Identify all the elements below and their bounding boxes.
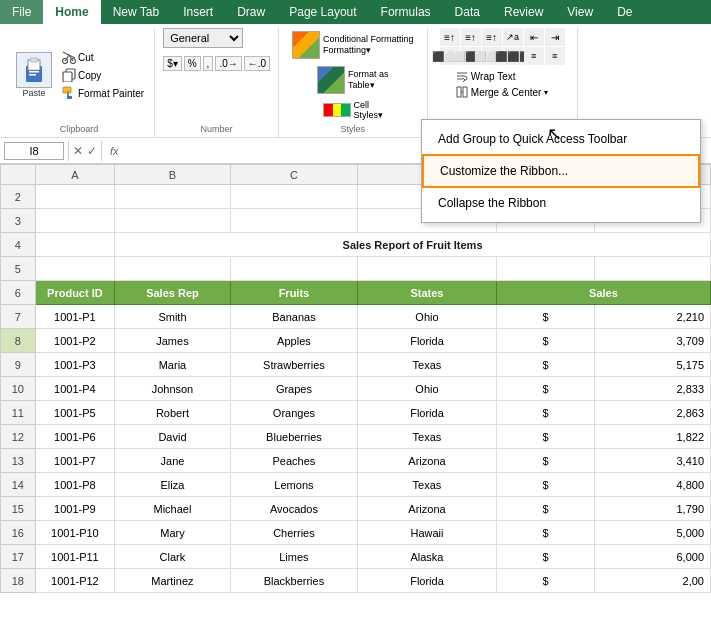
col-header-a[interactable]: A xyxy=(35,165,114,185)
cell-state[interactable]: Florida xyxy=(358,401,497,425)
format-as-table-button[interactable]: Format as Table▾ xyxy=(313,64,393,96)
cell-sales-dollar[interactable]: $ xyxy=(496,425,594,449)
cell-state[interactable]: Texas xyxy=(358,353,497,377)
tab-newtab[interactable]: New Tab xyxy=(101,0,171,24)
cell-sales-amount[interactable]: 6,000 xyxy=(595,545,711,569)
cell-product-id[interactable]: 1001-P10 xyxy=(35,521,114,545)
cell-product-id[interactable]: 1001-P12 xyxy=(35,569,114,593)
cell-state[interactable]: Arizona xyxy=(358,449,497,473)
cell-sales-amount[interactable]: 4,800 xyxy=(595,473,711,497)
indent-more-button[interactable]: ⇥ xyxy=(545,28,565,46)
tab-pagelayout[interactable]: Page Layout xyxy=(277,0,368,24)
cell-sales-rep[interactable]: Clark xyxy=(115,545,231,569)
cell-fruit[interactable]: Limes xyxy=(230,545,357,569)
cell-product-id[interactable]: 1001-P3 xyxy=(35,353,114,377)
cell-sales-rep[interactable]: Robert xyxy=(115,401,231,425)
col-header-b[interactable]: B xyxy=(115,165,231,185)
cell-sales-dollar[interactable]: $ xyxy=(496,449,594,473)
justify-button[interactable]: ⬛⬛⬛ xyxy=(503,47,523,65)
cell-sales-dollar[interactable]: $ xyxy=(496,353,594,377)
cell-sales-dollar[interactable]: $ xyxy=(496,545,594,569)
copy-button[interactable]: Copy xyxy=(60,67,146,83)
tab-file[interactable]: File xyxy=(0,0,43,24)
cell-state[interactable]: Florida xyxy=(358,329,497,353)
cell-fruit[interactable]: Bananas xyxy=(230,305,357,329)
cell-fruit[interactable]: Blackberries xyxy=(230,569,357,593)
cell-sales-dollar[interactable]: $ xyxy=(496,497,594,521)
cell-state[interactable]: Arizona xyxy=(358,497,497,521)
cell-sales-amount[interactable]: 5,175 xyxy=(595,353,711,377)
align-left2-button[interactable]: ≡ xyxy=(524,47,544,65)
cell-sales-rep[interactable]: Michael xyxy=(115,497,231,521)
collapse-ribbon-menu-item[interactable]: Collapse the Ribbon xyxy=(422,188,700,218)
cell-state[interactable]: Florida xyxy=(358,569,497,593)
cell-sales-rep[interactable]: Smith xyxy=(115,305,231,329)
tab-de[interactable]: De xyxy=(605,0,644,24)
align-top-left-button[interactable]: ≡↑ xyxy=(440,28,460,46)
cell-sales-dollar[interactable]: $ xyxy=(496,377,594,401)
cell-sales-rep[interactable]: Jane xyxy=(115,449,231,473)
add-group-menu-item[interactable]: Add Group to Quick Access Toolbar xyxy=(422,124,700,154)
cell-sales-dollar[interactable]: $ xyxy=(496,521,594,545)
cell-product-id[interactable]: 1001-P2 xyxy=(35,329,114,353)
tab-insert[interactable]: Insert xyxy=(171,0,225,24)
cell-sales-dollar[interactable]: $ xyxy=(496,569,594,593)
paste-button[interactable]: Paste xyxy=(12,50,56,100)
cell-state[interactable]: Hawaii xyxy=(358,521,497,545)
cell-sales-dollar[interactable]: $ xyxy=(496,401,594,425)
cell-sales-amount[interactable]: 2,210 xyxy=(595,305,711,329)
cell-fruit[interactable]: Oranges xyxy=(230,401,357,425)
currency-button[interactable]: $▾ xyxy=(163,56,182,71)
cell-sales-amount[interactable]: 2,00 xyxy=(595,569,711,593)
cell-sales-amount[interactable]: 3,709 xyxy=(595,329,711,353)
cell-state[interactable]: Alaska xyxy=(358,545,497,569)
cell-sales-rep[interactable]: Mary xyxy=(115,521,231,545)
cell-sales-amount[interactable]: 2,833 xyxy=(595,377,711,401)
merge-center-button[interactable]: Merge & Center ▾ xyxy=(453,85,552,99)
align-top-center-button[interactable]: ≡↑ xyxy=(461,28,481,46)
cell-fruit[interactable]: Cherries xyxy=(230,521,357,545)
cell-sales-dollar[interactable]: $ xyxy=(496,473,594,497)
cell-sales-rep[interactable]: Martinez xyxy=(115,569,231,593)
align-right2-button[interactable]: ≡ xyxy=(545,47,565,65)
cell-state[interactable]: Texas xyxy=(358,425,497,449)
cell-product-id[interactable]: 1001-P8 xyxy=(35,473,114,497)
cell-fruit[interactable]: Lemons xyxy=(230,473,357,497)
cell-sales-rep[interactable]: James xyxy=(115,329,231,353)
cancel-formula-icon[interactable]: ✕ xyxy=(73,144,83,158)
percent-button[interactable]: % xyxy=(184,56,201,71)
cell-product-id[interactable]: 1001-P9 xyxy=(35,497,114,521)
cell-styles-button[interactable]: Cell Styles▾ xyxy=(319,98,388,122)
cell-reference-input[interactable] xyxy=(4,142,64,160)
cut-button[interactable]: Cut xyxy=(60,49,146,65)
conditional-formatting-button[interactable]: Conditional Formatting Formatting▾ xyxy=(287,28,419,62)
format-painter-button[interactable]: Format Painter xyxy=(60,85,146,101)
cell-product-id[interactable]: 1001-P7 xyxy=(35,449,114,473)
confirm-formula-icon[interactable]: ✓ xyxy=(87,144,97,158)
tab-home[interactable]: Home xyxy=(43,0,100,24)
number-format-select[interactable]: General Number Currency Accounting Date … xyxy=(163,28,243,48)
cell-fruit[interactable]: Blueberries xyxy=(230,425,357,449)
align-top-right-button[interactable]: ≡↑ xyxy=(482,28,502,46)
cell-sales-rep[interactable]: Maria xyxy=(115,353,231,377)
cell-sales-amount[interactable]: 2,863 xyxy=(595,401,711,425)
cell-sales-rep[interactable]: David xyxy=(115,425,231,449)
tab-draw[interactable]: Draw xyxy=(225,0,277,24)
cell-product-id[interactable]: 1001-P1 xyxy=(35,305,114,329)
cell-fruit[interactable]: Peaches xyxy=(230,449,357,473)
cell-state[interactable]: Ohio xyxy=(358,305,497,329)
tab-view[interactable]: View xyxy=(555,0,605,24)
cell-state[interactable]: Texas xyxy=(358,473,497,497)
cell-sales-amount[interactable]: 3,410 xyxy=(595,449,711,473)
cell-fruit[interactable]: Strawberries xyxy=(230,353,357,377)
cell-product-id[interactable]: 1001-P5 xyxy=(35,401,114,425)
wrap-text-button[interactable]: Wrap Text xyxy=(453,69,552,83)
cell-sales-rep[interactable]: Eliza xyxy=(115,473,231,497)
cell-sales-dollar[interactable]: $ xyxy=(496,305,594,329)
decrease-decimal-button[interactable]: ←.0 xyxy=(244,56,270,71)
cell-sales-amount[interactable]: 1,822 xyxy=(595,425,711,449)
cell-product-id[interactable]: 1001-P4 xyxy=(35,377,114,401)
cell-fruit[interactable]: Grapes xyxy=(230,377,357,401)
tab-review[interactable]: Review xyxy=(492,0,555,24)
increase-decimal-button[interactable]: .0→ xyxy=(215,56,241,71)
